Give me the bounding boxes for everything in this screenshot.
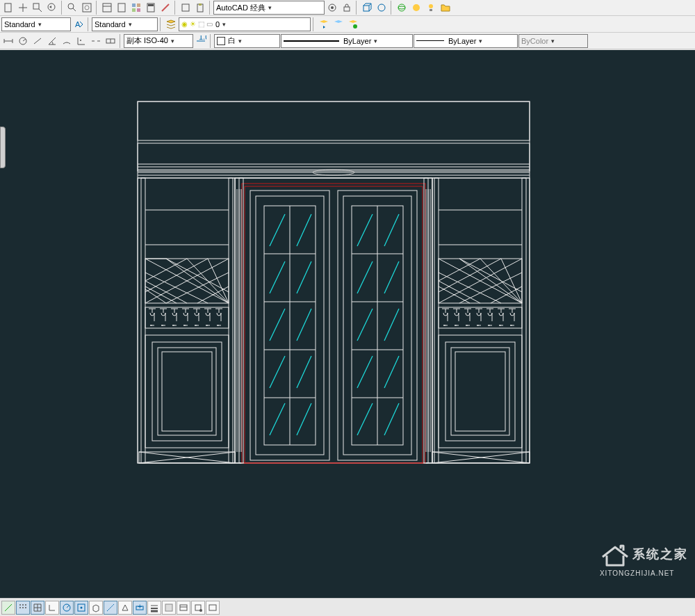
dim-angle-icon[interactable] bbox=[45, 34, 59, 48]
separator bbox=[61, 1, 63, 15]
open-icon[interactable] bbox=[439, 1, 452, 15]
zoom-prev-icon[interactable] bbox=[45, 1, 59, 15]
svg-line-113 bbox=[384, 214, 399, 246]
workspace-dropdown[interactable]: AutoCAD 经典 bbox=[213, 1, 325, 15]
svg-point-7 bbox=[85, 6, 89, 10]
tool-palette-icon[interactable] bbox=[129, 1, 143, 15]
workspace-lock-icon[interactable] bbox=[340, 1, 354, 15]
svg-point-136 bbox=[25, 607, 26, 608]
plot-icon: ▭ bbox=[206, 20, 213, 28]
svg-rect-63 bbox=[158, 348, 216, 435]
polar-icon[interactable] bbox=[60, 601, 74, 615]
infer-icon[interactable] bbox=[1, 601, 15, 615]
svg-rect-82 bbox=[235, 178, 432, 463]
zoom-all-icon[interactable] bbox=[80, 1, 94, 15]
svg-rect-78 bbox=[455, 352, 505, 431]
separator bbox=[356, 1, 358, 15]
sheet-icon[interactable] bbox=[115, 1, 129, 15]
svg-rect-11 bbox=[132, 3, 136, 7]
svg-line-2 bbox=[39, 9, 42, 12]
qp-icon[interactable] bbox=[177, 601, 190, 615]
workspace-value: AutoCAD 经典 bbox=[216, 3, 265, 13]
dim-radius-icon[interactable] bbox=[16, 34, 30, 48]
lineweight-value: ByLayer bbox=[448, 37, 476, 45]
svg-line-117 bbox=[384, 309, 399, 341]
svg-line-118 bbox=[357, 356, 373, 388]
dimstyle-dropdown[interactable]: 副本 ISO-40 bbox=[124, 34, 193, 48]
svg-point-26 bbox=[398, 6, 405, 9]
orbit-icon[interactable] bbox=[395, 1, 409, 15]
svg-rect-17 bbox=[182, 4, 189, 11]
new-icon[interactable] bbox=[1, 1, 15, 15]
otrack-icon[interactable] bbox=[104, 601, 117, 615]
textstyle-mgr-icon[interactable]: A bbox=[72, 17, 85, 31]
svg-rect-148 bbox=[180, 605, 187, 610]
layer-iso-icon[interactable] bbox=[346, 17, 360, 31]
toolbar-row-3: 副本 ISO-40 1.0 白 ByLayer ByLayer ByColor bbox=[0, 33, 695, 49]
markup-icon[interactable] bbox=[158, 1, 172, 15]
dimstyle-mgr-icon[interactable]: 1.0 bbox=[194, 34, 208, 48]
paste-icon[interactable] bbox=[193, 1, 207, 15]
tpy-icon[interactable] bbox=[162, 601, 176, 615]
snap-grid-icon[interactable] bbox=[16, 601, 30, 615]
light-icon[interactable] bbox=[424, 1, 438, 15]
osnap-icon[interactable] bbox=[74, 601, 88, 615]
zoom-window-icon[interactable] bbox=[31, 1, 44, 15]
plotstyle-dropdown[interactable]: ByColor bbox=[518, 34, 588, 48]
cad-drawing bbox=[0, 50, 695, 598]
textstyle2-value: Standard bbox=[95, 20, 126, 29]
linetype-dropdown[interactable]: ByLayer bbox=[281, 34, 413, 48]
sc-icon[interactable] bbox=[191, 601, 205, 615]
svg-line-35 bbox=[23, 39, 26, 41]
layer-states-icon[interactable] bbox=[164, 17, 178, 31]
svg-rect-6 bbox=[83, 3, 91, 12]
zoom-icon[interactable] bbox=[65, 1, 79, 15]
ducs-icon[interactable] bbox=[118, 601, 132, 615]
dim-linear-icon[interactable] bbox=[1, 34, 15, 48]
layer-freeze-icon[interactable] bbox=[332, 17, 345, 31]
nav-bar-icon[interactable] bbox=[375, 1, 389, 15]
3dosnap-icon[interactable] bbox=[89, 601, 103, 615]
dim-ord-icon[interactable] bbox=[74, 34, 88, 48]
ortho-icon[interactable] bbox=[45, 601, 59, 615]
block-icon[interactable] bbox=[179, 1, 193, 15]
separator bbox=[313, 17, 315, 31]
view-cube-icon[interactable] bbox=[360, 1, 374, 15]
dim-break-icon[interactable] bbox=[89, 34, 103, 48]
svg-rect-13 bbox=[132, 8, 136, 12]
drawing-canvas[interactable]: 系统之家 XITONGZHIJIA.NET bbox=[0, 50, 695, 598]
am-icon[interactable] bbox=[206, 601, 220, 615]
lwt-icon[interactable] bbox=[147, 601, 161, 615]
svg-rect-64 bbox=[162, 352, 212, 431]
dim-tol-icon[interactable] bbox=[104, 34, 117, 48]
layer-dropdown[interactable]: ◉ ☀ ⬚ ▭ 0 bbox=[179, 17, 311, 31]
workspace-settings-icon[interactable] bbox=[325, 1, 339, 15]
svg-rect-12 bbox=[137, 3, 140, 7]
layer-prev-icon[interactable] bbox=[317, 17, 331, 31]
color-dropdown[interactable]: 白 bbox=[214, 34, 280, 48]
plotstyle-value: ByColor bbox=[521, 37, 548, 45]
svg-line-107 bbox=[297, 309, 311, 341]
dim-aligned-icon[interactable] bbox=[31, 34, 44, 48]
render-icon[interactable] bbox=[409, 1, 423, 15]
textstyle2-dropdown[interactable]: Standard bbox=[92, 17, 158, 31]
svg-rect-14 bbox=[137, 8, 140, 12]
grid-icon[interactable] bbox=[31, 601, 44, 615]
properties-icon[interactable] bbox=[100, 1, 114, 15]
svg-line-36 bbox=[34, 38, 41, 44]
svg-line-115 bbox=[384, 261, 399, 293]
svg-rect-83 bbox=[239, 178, 428, 463]
svg-point-28 bbox=[429, 4, 433, 8]
svg-line-103 bbox=[297, 214, 311, 246]
svg-rect-23 bbox=[363, 6, 369, 11]
textstyle1-dropdown[interactable]: Standard bbox=[1, 17, 71, 31]
lineweight-dropdown[interactable]: ByLayer bbox=[414, 34, 518, 48]
toolbar-row-1: AutoCAD 经典 bbox=[0, 0, 695, 16]
svg-rect-76 bbox=[445, 342, 515, 441]
dim-arc-icon[interactable] bbox=[60, 34, 74, 48]
dyn-icon[interactable]: + bbox=[133, 601, 147, 615]
svg-line-105 bbox=[297, 261, 311, 293]
pan-icon[interactable] bbox=[16, 1, 30, 15]
calc-icon[interactable] bbox=[144, 1, 158, 15]
linetype-value: ByLayer bbox=[343, 37, 371, 45]
